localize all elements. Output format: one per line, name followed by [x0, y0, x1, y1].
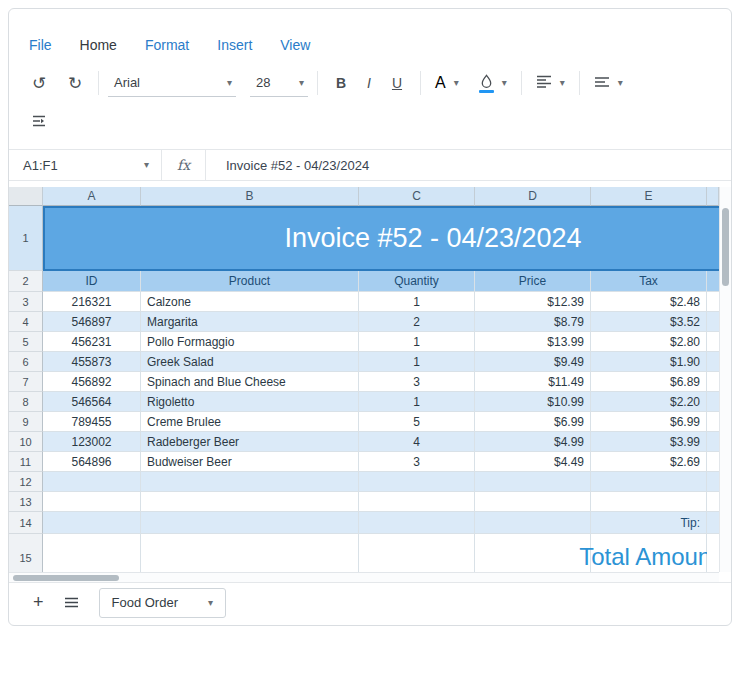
- cell[interactable]: 455873: [43, 352, 141, 372]
- cell[interactable]: $2.69: [591, 452, 707, 472]
- cell[interactable]: [707, 534, 719, 572]
- italic-button[interactable]: I: [355, 69, 383, 97]
- cell[interactable]: $9.49: [475, 352, 591, 372]
- menu-item-file[interactable]: File: [29, 37, 52, 53]
- cell[interactable]: [475, 512, 591, 534]
- horizontal-scrollbar[interactable]: [9, 572, 719, 582]
- underline-button[interactable]: U: [383, 69, 411, 97]
- cell[interactable]: 216321: [43, 292, 141, 312]
- menu-item-format[interactable]: Format: [145, 37, 189, 53]
- cell[interactable]: 1: [359, 392, 475, 412]
- cell[interactable]: [707, 271, 719, 292]
- sheet-list-button[interactable]: [64, 597, 79, 608]
- cell[interactable]: [43, 472, 141, 492]
- row-header[interactable]: 3: [9, 292, 43, 312]
- cell[interactable]: Greek Salad: [141, 352, 359, 372]
- name-box[interactable]: A1:F1 ▾: [9, 150, 161, 180]
- cell[interactable]: [141, 534, 359, 572]
- cell[interactable]: 546564: [43, 392, 141, 412]
- cell[interactable]: [141, 512, 359, 534]
- row-header[interactable]: 13: [9, 492, 43, 512]
- cell[interactable]: 3: [359, 372, 475, 392]
- cell[interactable]: Price: [475, 271, 591, 292]
- vertical-align-dropdown[interactable]: ▾: [589, 69, 628, 97]
- cell[interactable]: [707, 432, 719, 452]
- redo-button[interactable]: ↻: [61, 69, 89, 97]
- cell[interactable]: [707, 292, 719, 312]
- cell[interactable]: [707, 392, 719, 412]
- cell[interactable]: [359, 492, 475, 512]
- cell[interactable]: [707, 312, 719, 332]
- cell[interactable]: [707, 512, 719, 534]
- vertical-scrollbar[interactable]: [719, 187, 731, 572]
- cell[interactable]: Tax: [591, 271, 707, 292]
- row-header[interactable]: 9: [9, 412, 43, 432]
- cell[interactable]: $2.48: [591, 292, 707, 312]
- cell[interactable]: $3.52: [591, 312, 707, 332]
- cell[interactable]: [359, 512, 475, 534]
- column-header-d[interactable]: D: [475, 187, 591, 206]
- vertical-scrollbar-thumb[interactable]: [722, 208, 729, 286]
- row-header[interactable]: 8: [9, 392, 43, 412]
- cell[interactable]: 546897: [43, 312, 141, 332]
- cell[interactable]: $11.49: [475, 372, 591, 392]
- cell[interactable]: Rigoletto: [141, 392, 359, 412]
- menu-item-view[interactable]: View: [280, 37, 310, 53]
- cell[interactable]: 1: [359, 292, 475, 312]
- cell[interactable]: [141, 472, 359, 492]
- cell[interactable]: $1.90: [591, 352, 707, 372]
- cell[interactable]: $3.99: [591, 432, 707, 452]
- row-header[interactable]: 15: [9, 534, 43, 572]
- cell[interactable]: 2: [359, 312, 475, 332]
- cell[interactable]: $6.99: [591, 412, 707, 432]
- cell[interactable]: $6.99: [475, 412, 591, 432]
- cell[interactable]: Pollo Formaggio: [141, 332, 359, 352]
- text-color-button[interactable]: A ▾: [430, 69, 464, 97]
- undo-button[interactable]: ↺: [25, 69, 53, 97]
- column-header-f-partial[interactable]: [707, 187, 719, 206]
- cell[interactable]: ID: [43, 271, 141, 292]
- cell[interactable]: $4.99: [475, 432, 591, 452]
- bold-button[interactable]: B: [327, 69, 355, 97]
- column-header-a[interactable]: A: [43, 187, 141, 206]
- row-header[interactable]: 1: [9, 206, 43, 271]
- cell[interactable]: Quantity: [359, 271, 475, 292]
- fill-color-button[interactable]: ▾: [474, 69, 512, 97]
- cell[interactable]: [43, 492, 141, 512]
- cell[interactable]: Margarita: [141, 312, 359, 332]
- menu-item-home[interactable]: Home: [80, 37, 117, 53]
- cell[interactable]: [707, 352, 719, 372]
- cell[interactable]: [591, 472, 707, 492]
- select-all-corner[interactable]: [9, 187, 43, 206]
- row-header[interactable]: 6: [9, 352, 43, 372]
- cell[interactable]: [707, 412, 719, 432]
- cell[interactable]: [707, 332, 719, 352]
- row-header[interactable]: 12: [9, 472, 43, 492]
- cell[interactable]: 456892: [43, 372, 141, 392]
- cell[interactable]: Radeberger Beer: [141, 432, 359, 452]
- cell[interactable]: 456231: [43, 332, 141, 352]
- row-header[interactable]: 11: [9, 452, 43, 472]
- cell[interactable]: $6.89: [591, 372, 707, 392]
- row-header[interactable]: 5: [9, 332, 43, 352]
- cell[interactable]: 123002: [43, 432, 141, 452]
- menu-item-insert[interactable]: Insert: [217, 37, 252, 53]
- cell[interactable]: [43, 512, 141, 534]
- cell[interactable]: [141, 492, 359, 512]
- row-header[interactable]: 4: [9, 312, 43, 332]
- cell[interactable]: $12.39: [475, 292, 591, 312]
- column-header-b[interactable]: B: [141, 187, 359, 206]
- cell[interactable]: 3: [359, 452, 475, 472]
- tip-label-cell[interactable]: Tip:: [591, 512, 707, 534]
- cell[interactable]: [475, 534, 591, 572]
- cell[interactable]: 789455: [43, 412, 141, 432]
- cell[interactable]: $10.99: [475, 392, 591, 412]
- cell[interactable]: [707, 492, 719, 512]
- cell[interactable]: $2.80: [591, 332, 707, 352]
- row-header[interactable]: 14: [9, 512, 43, 534]
- cell[interactable]: Calzone: [141, 292, 359, 312]
- cell[interactable]: 5: [359, 412, 475, 432]
- horizontal-scrollbar-thumb[interactable]: [13, 575, 119, 581]
- add-sheet-button[interactable]: +: [33, 592, 44, 613]
- cell[interactable]: Product: [141, 271, 359, 292]
